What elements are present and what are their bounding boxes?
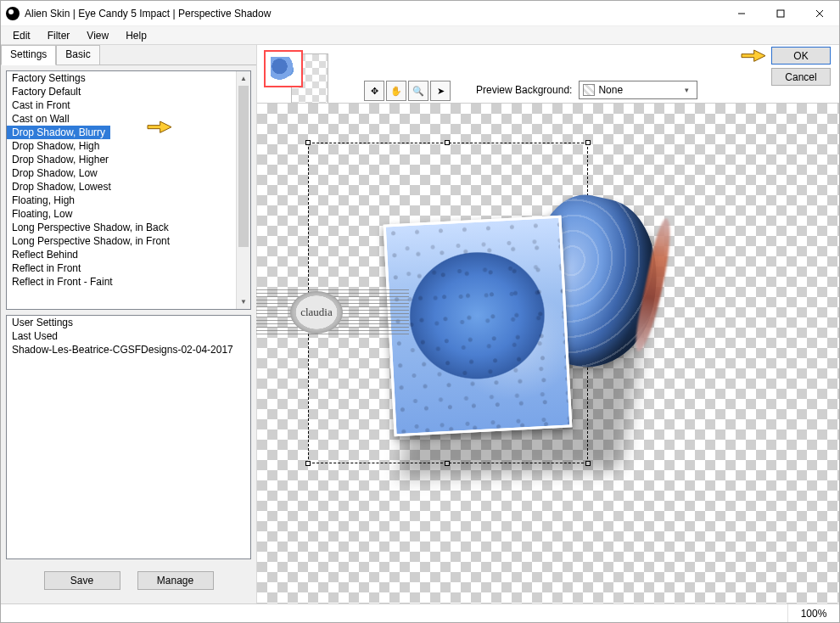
factory-settings-header: Factory Settings <box>7 71 236 85</box>
factory-item[interactable]: Drop Shadow, Blurry <box>7 126 110 139</box>
preview-bg-label: Preview Background: <box>476 84 572 96</box>
scroll-thumb[interactable] <box>238 86 249 247</box>
svg-rect-1 <box>777 10 784 17</box>
thumbnail-image <box>271 57 296 81</box>
factory-item[interactable]: Floating, Low <box>7 207 236 221</box>
menubar: Edit Filter View Help <box>1 26 839 45</box>
user-item[interactable]: Shadow-Les-Beatrice-CGSFDesigns-02-04-20… <box>7 343 250 356</box>
factory-item[interactable]: Factory Default <box>7 85 236 98</box>
chevron-down-icon: ▾ <box>680 86 693 94</box>
user-settings-header: User Settings <box>7 316 250 329</box>
preview-bg-swatch-icon <box>583 84 595 96</box>
photo-image <box>386 218 569 434</box>
tabs: Settings Basic <box>1 45 256 65</box>
factory-item[interactable]: Long Perspective Shadow, in Back <box>7 221 236 234</box>
selection-frame[interactable]: claudia <box>308 143 588 463</box>
content-row: Settings Basic Factory SettingsFactory D… <box>1 45 839 603</box>
left-panel: Settings Basic Factory SettingsFactory D… <box>1 45 257 603</box>
left-button-row: Save Manage <box>6 564 251 598</box>
factory-list-content[interactable]: Factory SettingsFactory DefaultCast in F… <box>7 71 236 309</box>
tool-zoom-icon[interactable]: 🔍 <box>408 81 428 101</box>
menu-edit[interactable]: Edit <box>4 28 39 43</box>
thumbnail-nav[interactable] <box>264 48 325 106</box>
tab-settings[interactable]: Settings <box>1 45 56 65</box>
handle-ml[interactable] <box>305 300 311 305</box>
handle-tm[interactable] <box>445 140 450 145</box>
factory-item[interactable]: Reflect Behind <box>7 248 236 261</box>
right-area: ✥ ✋ 🔍 ➤ Preview Background: None ▾ OK <box>257 45 839 603</box>
tab-basic[interactable]: Basic <box>56 45 99 65</box>
factory-item[interactable]: Drop Shadow, High <box>7 139 236 153</box>
tool-hand-icon[interactable]: ✋ <box>386 81 406 101</box>
factory-item[interactable]: Cast on Wall <box>7 112 236 126</box>
pointer-hand-ok-annotation <box>740 44 767 63</box>
statusbar: 100% <box>1 603 839 622</box>
artwork <box>385 194 597 449</box>
user-list-content[interactable]: User SettingsLast UsedShadow-Les-Beatric… <box>7 316 250 558</box>
titlebar: Alien Skin | Eye Candy 5 Impact | Perspe… <box>1 1 839 26</box>
factory-item[interactable]: Drop Shadow, Lowest <box>7 180 236 194</box>
right-toolbar: ✥ ✋ 🔍 ➤ Preview Background: None ▾ OK <box>257 45 839 103</box>
factory-item[interactable]: Reflect in Front <box>7 261 236 275</box>
watermark-seal: claudia <box>290 291 343 334</box>
active-thumbnail[interactable] <box>264 50 303 87</box>
preview-bg-dropdown[interactable]: None ▾ <box>579 81 697 99</box>
factory-settings-listbox: Factory SettingsFactory DefaultCast in F… <box>6 70 251 310</box>
factory-item[interactable]: Drop Shadow, Higher <box>7 153 236 166</box>
handle-tr[interactable] <box>585 140 591 145</box>
handle-bl[interactable] <box>305 461 311 466</box>
factory-list-scrollbar[interactable]: ▲ ▼ <box>236 71 250 309</box>
zoom-level[interactable]: 100% <box>788 604 839 622</box>
tool-pointer-icon[interactable]: ➤ <box>430 81 451 101</box>
menu-filter[interactable]: Filter <box>39 28 79 43</box>
preview-canvas[interactable]: claudia <box>257 103 839 603</box>
close-button[interactable] <box>800 1 839 26</box>
photo-frame <box>384 216 573 437</box>
factory-item[interactable]: Drop Shadow, Low <box>7 166 236 180</box>
tool-row: ✥ ✋ 🔍 ➤ <box>364 81 452 101</box>
window-controls <box>722 1 839 26</box>
factory-item[interactable]: Floating, High <box>7 194 236 207</box>
menu-view[interactable]: View <box>78 28 117 43</box>
scroll-up-icon[interactable]: ▲ <box>237 71 250 86</box>
dialog-buttons: OK Cancel <box>771 47 831 86</box>
statusbar-spacer <box>1 604 788 622</box>
handle-tl[interactable] <box>305 140 311 145</box>
menu-help[interactable]: Help <box>117 28 155 43</box>
scroll-down-icon[interactable]: ▼ <box>237 295 250 309</box>
ok-button[interactable]: OK <box>771 47 831 65</box>
maximize-button[interactable] <box>761 1 800 26</box>
app-window: Alien Skin | Eye Candy 5 Impact | Perspe… <box>0 0 840 623</box>
preview-bg-value: None <box>598 84 623 96</box>
tool-drag-icon[interactable]: ✥ <box>364 81 384 101</box>
factory-item[interactable]: Cast in Front <box>7 98 236 112</box>
factory-item[interactable]: Reflect in Front - Faint <box>7 275 236 289</box>
window-title: Alien Skin | Eye Candy 5 Impact | Perspe… <box>25 8 722 20</box>
tab-body: Factory SettingsFactory DefaultCast in F… <box>1 65 256 603</box>
app-icon <box>6 7 20 20</box>
cancel-button[interactable]: Cancel <box>771 68 831 86</box>
user-settings-listbox: User SettingsLast UsedShadow-Les-Beatric… <box>6 315 251 559</box>
minimize-button[interactable] <box>722 1 761 26</box>
factory-item[interactable]: Long Perspective Shadow, in Front <box>7 234 236 248</box>
manage-button[interactable]: Manage <box>137 571 214 590</box>
save-button[interactable]: Save <box>44 571 120 590</box>
user-item[interactable]: Last Used <box>7 329 250 343</box>
